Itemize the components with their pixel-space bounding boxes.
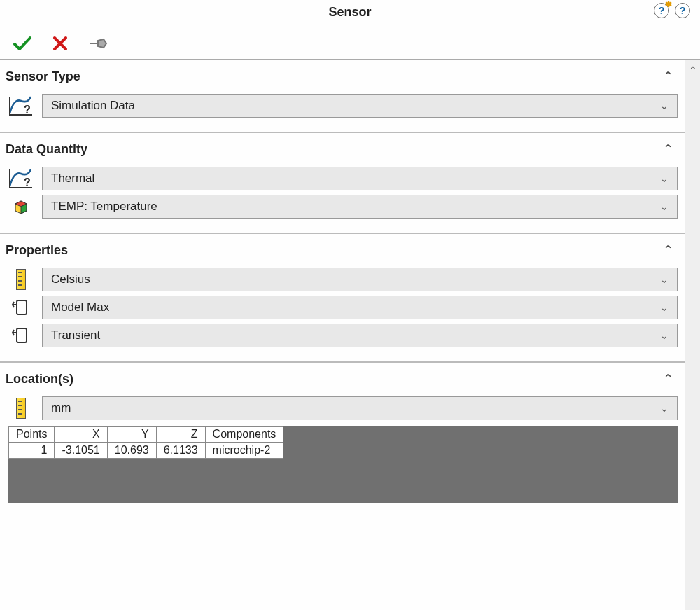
svg-rect-6 <box>17 328 27 342</box>
chevron-down-icon: ⌄ <box>660 302 668 313</box>
collapse-icon[interactable]: ⌃ <box>663 69 676 84</box>
vertical-scrollbar[interactable]: ⌃ <box>685 60 700 610</box>
collapse-icon[interactable]: ⌃ <box>663 141 676 157</box>
locations-table-wrap: Points X Y Z Components 1 -3.1051 10.693… <box>8 426 678 503</box>
chevron-down-icon: ⌄ <box>660 173 668 184</box>
data-quantity-heading: Data Quantity <box>6 142 88 157</box>
step-icon <box>7 326 35 345</box>
data-quantity-icon <box>7 197 35 216</box>
chevron-down-icon: ⌄ <box>660 201 668 212</box>
criterion-icon <box>7 298 35 317</box>
sensor-type-value: Simulation Data <box>51 99 135 113</box>
table-row[interactable]: 1 -3.1051 10.693 6.1133 microchip-2 <box>9 443 284 459</box>
sensor-type-icon: ? <box>7 95 35 116</box>
cell-x: -3.1051 <box>55 443 107 459</box>
svg-text:?: ? <box>24 104 31 116</box>
chevron-down-icon: ⌄ <box>660 100 668 111</box>
criterion-select[interactable]: Model Max ⌄ <box>42 296 678 319</box>
cell-z: 6.1133 <box>156 443 205 459</box>
col-points: Points <box>9 427 55 443</box>
panel-title: Sensor <box>328 5 371 20</box>
unit-value: Celsius <box>51 272 90 286</box>
col-y: Y <box>107 427 156 443</box>
help-new-icon[interactable]: ? <box>654 3 669 18</box>
locations-table[interactable]: Points X Y Z Components 1 -3.1051 10.693… <box>8 426 284 459</box>
collapse-icon[interactable]: ⌃ <box>663 242 676 258</box>
chevron-down-icon: ⌄ <box>660 330 668 341</box>
col-x: X <box>55 427 107 443</box>
unit-icon <box>7 269 35 290</box>
data-category-icon: ? <box>7 168 35 189</box>
data-quantity-select[interactable]: TEMP: Temperature ⌄ <box>42 195 678 219</box>
svg-text:?: ? <box>24 176 31 188</box>
properties-heading: Properties <box>6 243 68 258</box>
location-unit-icon <box>7 398 35 419</box>
cell-y: 10.693 <box>107 443 156 459</box>
data-category-select[interactable]: Thermal ⌄ <box>42 167 678 190</box>
collapse-icon[interactable]: ⌃ <box>663 371 676 387</box>
sensor-type-select[interactable]: Simulation Data ⌄ <box>42 94 678 118</box>
col-z: Z <box>156 427 205 443</box>
chevron-down-icon: ⌄ <box>660 403 668 414</box>
svg-rect-5 <box>17 300 27 314</box>
criterion-value: Model Max <box>51 300 109 314</box>
chevron-down-icon: ⌄ <box>660 274 668 285</box>
cancel-button[interactable] <box>52 35 69 52</box>
col-components: Components <box>205 427 284 443</box>
step-value: Transient <box>51 328 100 342</box>
ok-button[interactable] <box>13 35 32 52</box>
data-quantity-value: TEMP: Temperature <box>51 200 158 214</box>
locations-heading: Location(s) <box>6 372 74 387</box>
data-category-value: Thermal <box>51 172 94 186</box>
cell-component: microchip-2 <box>205 443 284 459</box>
help-icon[interactable]: ? <box>675 3 690 18</box>
unit-select[interactable]: Celsius ⌄ <box>42 268 678 291</box>
location-unit-select[interactable]: mm ⌄ <box>42 396 678 420</box>
location-unit-value: mm <box>51 401 71 415</box>
step-select[interactable]: Transient ⌄ <box>42 324 678 347</box>
scroll-up-icon[interactable]: ⌃ <box>689 64 697 76</box>
sensor-type-heading: Sensor Type <box>6 69 80 84</box>
cell-idx: 1 <box>9 443 55 459</box>
pin-button[interactable] <box>88 35 109 52</box>
